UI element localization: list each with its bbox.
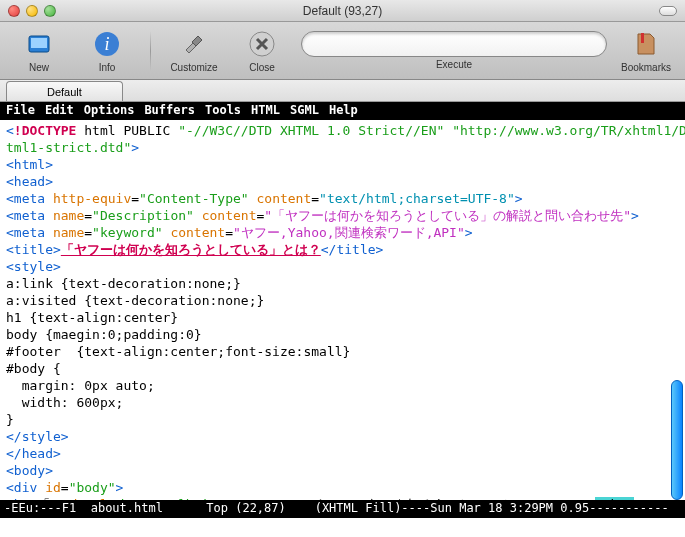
code-line: width: 600px;: [6, 394, 679, 411]
info-icon: i: [91, 28, 123, 60]
code-line: <div id="body">: [6, 479, 679, 496]
zoom-window-icon[interactable]: [44, 5, 56, 17]
code-line: #body {: [6, 360, 679, 377]
menu-sgml[interactable]: SGML: [290, 103, 319, 119]
execute-input[interactable]: [301, 31, 607, 57]
code-line: </style>: [6, 428, 679, 445]
tab-strip: Default: [0, 80, 685, 102]
emacs-modeline: -EEu:---F1 about.html Top (22,87) (XHTML…: [0, 500, 685, 518]
toolbar-toggle-pill[interactable]: [659, 6, 677, 16]
code-line: body {maegin:0;padding:0}: [6, 326, 679, 343]
emacs-menubar[interactable]: File Edit Options Buffers Tools HTML SGM…: [0, 102, 685, 120]
menu-file[interactable]: File: [6, 103, 35, 119]
close-icon: [246, 28, 278, 60]
tab-default[interactable]: Default: [6, 81, 123, 101]
scrollbar-thumb[interactable]: [671, 380, 683, 500]
svg-rect-5: [641, 33, 644, 43]
code-line: <style>: [6, 258, 679, 275]
close-window-icon[interactable]: [8, 5, 20, 17]
menu-options[interactable]: Options: [84, 103, 135, 119]
info-button[interactable]: i Info: [78, 28, 136, 73]
code-line: <head>: [6, 173, 679, 190]
menu-html[interactable]: HTML: [251, 103, 280, 119]
menu-tools[interactable]: Tools: [205, 103, 241, 119]
code-line: <h1>「<a href="http://find.x0.to/ynss/">ヤ…: [6, 496, 679, 500]
editor-area[interactable]: <!DOCTYPE html PUBLIC "-//W3C//DTD XHTML…: [0, 120, 685, 500]
menu-help[interactable]: Help: [329, 103, 358, 119]
code-line: <body>: [6, 462, 679, 479]
menu-edit[interactable]: Edit: [45, 103, 74, 119]
execute-group: Execute: [301, 31, 607, 70]
svg-rect-1: [31, 38, 47, 48]
code-line: </head>: [6, 445, 679, 462]
window-titlebar: Default (93,27): [0, 0, 685, 22]
code-line: tml1-strict.dtd">: [6, 139, 679, 156]
svg-text:i: i: [104, 34, 109, 54]
minimize-window-icon[interactable]: [26, 5, 38, 17]
customize-icon: [178, 28, 210, 60]
code-line: <meta http-equiv="Content-Type" content=…: [6, 190, 679, 207]
close-button[interactable]: Close: [233, 28, 291, 73]
code-line: <title>「ヤフーは何かを知ろうとしている」とは？</title>: [6, 241, 679, 258]
code-line: a:visited {text-decoration:none;}: [6, 292, 679, 309]
menu-buffers[interactable]: Buffers: [144, 103, 195, 119]
bookmarks-icon: [630, 28, 662, 60]
code-line: #footer {text-align:center;font-size:sma…: [6, 343, 679, 360]
new-button[interactable]: New: [10, 28, 68, 73]
code-line: margin: 0px auto;: [6, 377, 679, 394]
new-icon: [23, 28, 55, 60]
code-line: <!DOCTYPE html PUBLIC "-//W3C//DTD XHTML…: [6, 122, 679, 139]
bookmarks-button[interactable]: Bookmarks: [617, 28, 675, 73]
toolbar: New i Info Customize Close Execute Bookm…: [0, 22, 685, 80]
execute-label: Execute: [436, 59, 472, 70]
code-line: }: [6, 411, 679, 428]
code-line: <meta name="keyword" content="ヤフー,Yahoo,…: [6, 224, 679, 241]
toolbar-separator: [150, 31, 151, 71]
code-line: <html>: [6, 156, 679, 173]
code-line: h1 {text-align:center}: [6, 309, 679, 326]
code-line: <meta name="Description" content="「ヤフーは何…: [6, 207, 679, 224]
code-line: a:link {text-decoration:none;}: [6, 275, 679, 292]
customize-button[interactable]: Customize: [165, 28, 223, 73]
window-controls: [8, 5, 56, 17]
window-title: Default (93,27): [0, 4, 685, 18]
